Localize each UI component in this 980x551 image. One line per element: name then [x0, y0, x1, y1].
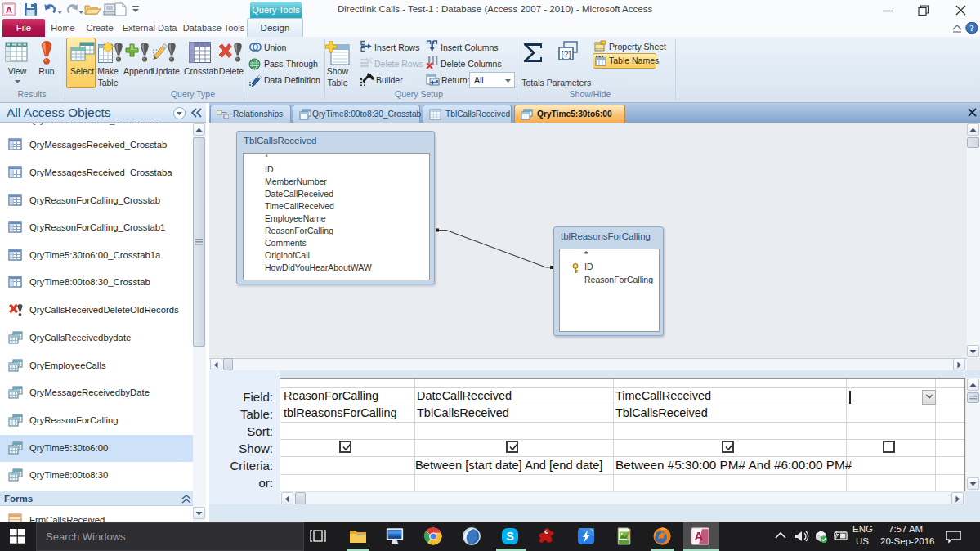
- svg-text:[?]: [?]: [561, 49, 571, 59]
- svg-text:A: A: [694, 530, 703, 543]
- svg-text:S: S: [506, 530, 514, 543]
- svg-text:A: A: [6, 5, 12, 15]
- svg-text:?: ?: [969, 23, 974, 33]
